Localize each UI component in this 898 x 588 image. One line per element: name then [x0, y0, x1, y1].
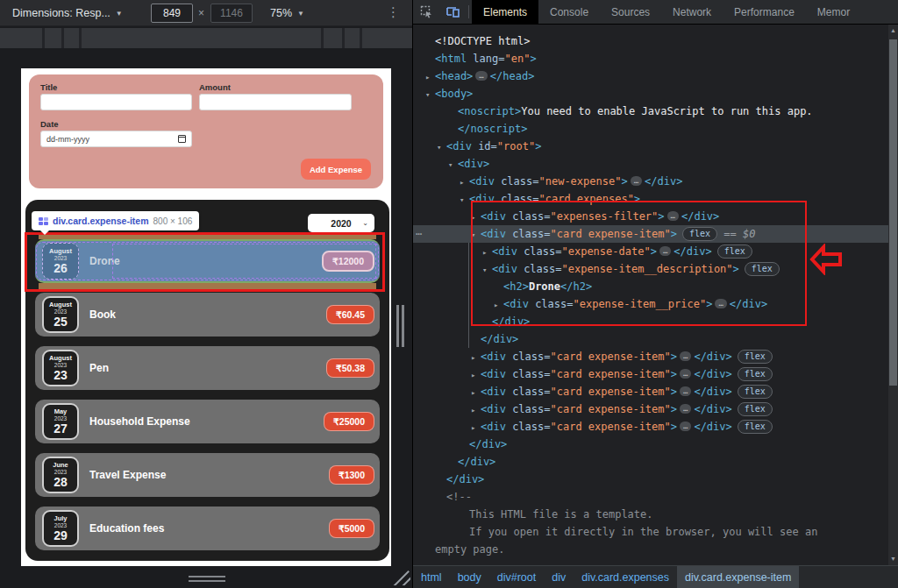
breadcrumb-html[interactable]: html [413, 566, 450, 588]
dom-tree-row[interactable]: ▸<div class="new-expense">…</div> [413, 173, 898, 190]
expand-arrow-icon[interactable]: ▸ [471, 419, 481, 436]
flex-badge[interactable]: flex [717, 244, 752, 259]
media-query-segment[interactable] [45, 28, 61, 48]
width-input[interactable] [151, 4, 193, 23]
dom-tree-row[interactable]: ▸<div class="card expense-item">…</div>f… [413, 348, 898, 365]
breadcrumb-div#root[interactable]: div#root [489, 566, 544, 588]
year-filter-select[interactable]: 2020 ⌄ [308, 214, 374, 232]
breadcrumb-div.card.expenses[interactable]: div.card.expenses [574, 566, 677, 588]
flex-badge[interactable]: flex [745, 262, 780, 276]
dom-tree-row[interactable]: </div> [413, 313, 898, 330]
expand-arrow-icon[interactable]: ▸ [460, 174, 469, 191]
collapse-arrow-icon[interactable]: ▾ [437, 138, 446, 156]
dom-tree-row[interactable]: ▾<div class="expense-item__description">… [413, 260, 898, 278]
dom-tree-row[interactable]: <noscript>You need to enable JavaScript … [413, 103, 898, 120]
tab-performance[interactable]: Performance [723, 0, 806, 24]
dom-tree-row[interactable]: ▸<div class="expenses-filter">…</div> [413, 208, 898, 225]
dom-tree-row[interactable]: ▾<div class="card expenses"> [413, 190, 898, 208]
tab-sources[interactable]: Sources [600, 0, 661, 24]
expand-arrow-icon[interactable]: ▸ [425, 68, 435, 86]
collapse-arrow-icon[interactable]: ▾ [460, 191, 469, 209]
collapse-arrow-icon[interactable]: ▾ [425, 86, 435, 103]
dom-tree-row[interactable]: empty page. [413, 541, 898, 558]
tab-network[interactable]: Network [661, 0, 723, 24]
dom-tree-row[interactable]: </noscript> [413, 120, 898, 138]
flex-badge[interactable]: flex [738, 402, 773, 416]
tab-console[interactable]: Console [538, 0, 600, 24]
flex-badge[interactable]: flex [738, 350, 773, 364]
flex-badge[interactable]: flex [682, 227, 717, 241]
ellipsis-button[interactable]: … [680, 386, 691, 396]
expand-arrow-icon[interactable]: ▸ [471, 209, 481, 226]
media-query-segment[interactable] [64, 28, 79, 48]
scroll-up-icon[interactable]: ▲ [888, 26, 898, 35]
breadcrumb-body[interactable]: body [450, 566, 489, 588]
dom-tree-row[interactable]: <h2>Drone</h2> [413, 278, 898, 295]
ellipsis-button[interactable]: … [680, 404, 691, 414]
expand-arrow-icon[interactable]: ▸ [482, 244, 492, 261]
dom-tree-row[interactable]: ▸<div class="expense-date">…</div>flex [413, 243, 898, 260]
ellipsis-button[interactable]: … [667, 211, 679, 221]
breadcrumb-div[interactable]: div [544, 566, 574, 588]
scrollbar[interactable]: ▲ ▼ [888, 25, 898, 565]
calendar-icon[interactable] [178, 135, 186, 143]
dom-tree-row[interactable]: <!DOCTYPE html> [413, 32, 898, 50]
expand-arrow-icon[interactable]: ▸ [471, 401, 481, 419]
expand-arrow-icon[interactable]: ▸ [471, 384, 481, 401]
height-input[interactable] [210, 4, 253, 23]
media-query-segment[interactable] [82, 28, 321, 48]
media-query-segment[interactable] [345, 28, 360, 48]
more-options-icon[interactable]: ⋮ [387, 4, 400, 20]
media-query-segment[interactable] [324, 28, 342, 48]
device-toolbar-icon[interactable] [439, 0, 466, 24]
viewport-resize-handle-corner[interactable] [391, 568, 410, 585]
dom-tree-row[interactable]: </div> [413, 330, 898, 348]
dom-tree-row[interactable]: ▾<div id="root"> [413, 138, 898, 155]
scroll-down-icon[interactable]: ▼ [888, 555, 898, 563]
dom-tree-row[interactable]: <html lang="en"> [413, 50, 898, 67]
expand-arrow-icon[interactable]: ▸ [494, 296, 503, 314]
dom-tree-row[interactable]: If you open it directly in the browser, … [413, 523, 898, 541]
dom-tree-row[interactable]: ▸<head>…</head> [413, 67, 898, 85]
date-input[interactable]: dd-mm-yyyy [40, 131, 192, 147]
viewport-resize-handle-right[interactable] [396, 305, 405, 347]
ellipsis-button[interactable]: … [631, 176, 642, 186]
expand-arrow-icon[interactable]: ▸ [471, 349, 481, 366]
dom-tree-row[interactable]: ▸<div class="card expense-item">…</div>f… [413, 383, 898, 400]
expand-arrow-icon[interactable]: ▸ [471, 366, 481, 384]
dom-tree-row[interactable]: ▸<div class="card expense-item">…</div>f… [413, 365, 898, 383]
ellipsis-button[interactable]: … [680, 422, 691, 431]
dom-tree-row[interactable]: ⋯▾<div class="card expense-item">flex ==… [413, 225, 898, 243]
viewport-resize-handle-bottom[interactable] [189, 576, 225, 584]
dom-tree-row[interactable]: ▸<div class="card expense-item">…</div>f… [413, 400, 898, 418]
dom-tree-row[interactable]: </div> [413, 471, 898, 488]
collapse-arrow-icon[interactable]: ▾ [471, 226, 481, 244]
ellipsis-button[interactable]: … [680, 369, 691, 379]
add-expense-button[interactable]: Add Expense [301, 159, 371, 180]
tab-elements[interactable]: Elements [472, 0, 538, 24]
dimensions-dropdown[interactable]: Dimensions: Resp...▼ [12, 7, 123, 19]
title-input[interactable] [40, 94, 192, 110]
ellipsis-button[interactable]: … [659, 246, 671, 256]
dom-tree-row[interactable]: ▾<div> [413, 155, 898, 173]
collapse-arrow-icon[interactable]: ▾ [482, 261, 492, 279]
collapse-arrow-icon[interactable]: ▾ [448, 156, 458, 174]
dom-tree-row[interactable]: ▾<body> [413, 85, 898, 103]
amount-input[interactable] [199, 94, 352, 110]
tab-memor[interactable]: Memor [806, 0, 861, 24]
media-query-bar[interactable] [0, 28, 412, 48]
media-query-segment[interactable] [0, 28, 42, 48]
dom-tree-row[interactable]: <!-- [413, 488, 898, 506]
dom-tree-row[interactable]: ▸<div class="card expense-item">…</div>f… [413, 418, 898, 436]
breadcrumb-div.card.expense-item[interactable]: div.card.expense-item [677, 566, 799, 588]
flex-badge[interactable]: flex [738, 420, 773, 434]
ellipsis-button[interactable]: … [475, 71, 487, 81]
ellipsis-button[interactable]: … [715, 299, 726, 308]
media-query-segment[interactable] [362, 28, 412, 48]
dom-tree-row[interactable]: This HTML file is a template. [413, 506, 898, 523]
scrollbar-thumb[interactable] [889, 39, 897, 386]
dom-tree-row[interactable]: </div> [413, 453, 898, 471]
inspect-element-icon[interactable] [413, 0, 439, 24]
zoom-dropdown[interactable]: 75%▼ [270, 7, 304, 19]
flex-badge[interactable]: flex [738, 367, 773, 381]
